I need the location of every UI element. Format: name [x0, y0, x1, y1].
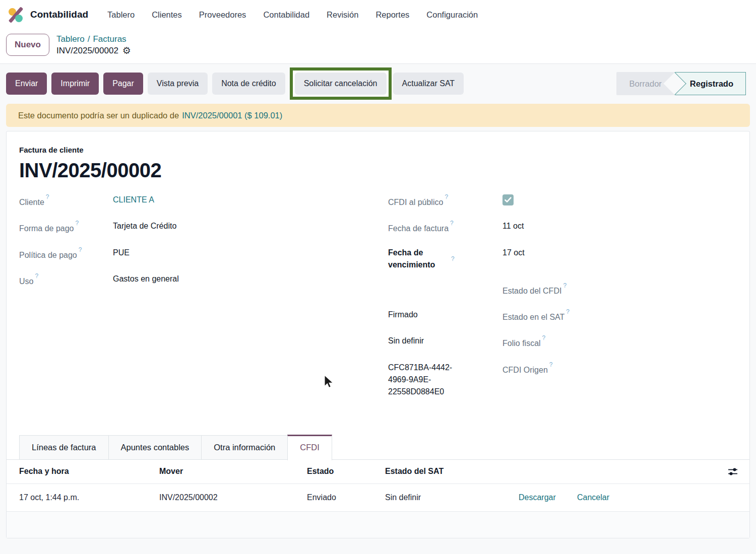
cfdi-al-publico-checkbox[interactable] — [502, 194, 514, 205]
menu-item-reportes[interactable]: Reportes — [375, 10, 409, 20]
status-bar: Borrador Registrado — [616, 72, 746, 95]
fecha-vencimiento-value[interactable]: 17 oct — [502, 247, 525, 259]
column-header-fecha-y-hora[interactable]: Fecha y hora — [7, 467, 147, 476]
field-folio-fiscal: Sin definir Folio fiscal? — [388, 335, 737, 350]
app-title: Contabilidad — [30, 9, 88, 20]
top-navbar: Contabilidad Tablero Clientes Proveedore… — [0, 0, 756, 29]
breadcrumb: Tablero/Facturas INV/2025/00002 ⚙ — [56, 33, 131, 56]
print-button[interactable]: Imprimir — [51, 73, 99, 95]
help-icon: ? — [76, 220, 79, 227]
help-icon: ? — [549, 361, 553, 368]
help-icon: ? — [79, 246, 82, 253]
help-icon: ? — [450, 220, 454, 227]
cancel-link[interactable]: Cancelar — [577, 493, 609, 502]
politica-de-pago-value[interactable]: PUE — [113, 247, 130, 259]
invoice-form-card: Factura de cliente INV/2025/00002 Client… — [6, 131, 750, 538]
column-header-estado-del-sat[interactable]: Estado del SAT — [372, 467, 506, 476]
invoice-number-title: INV/2025/00002 — [19, 159, 737, 182]
help-icon: ? — [35, 272, 38, 280]
cfdi-table-row[interactable]: 17 oct, 1:44 p.m. INV/2025/00002 Enviado… — [7, 484, 749, 512]
download-link[interactable]: Descargar — [519, 493, 556, 502]
menu-item-revision[interactable]: Revisión — [327, 10, 358, 20]
preview-button[interactable]: Vista previa — [148, 73, 208, 95]
fecha-factura-value[interactable]: 11 oct — [502, 220, 524, 232]
new-button[interactable]: Nuevo — [6, 34, 49, 56]
cfdi-table-header: Fecha y hora Mover Estado Estado del SAT — [7, 460, 749, 484]
help-icon: ? — [445, 193, 448, 200]
tab-apuntes-contables[interactable]: Apuntes contables — [108, 435, 202, 459]
breadcrumb-bar: Nuevo Tablero/Facturas INV/2025/00002 ⚙ — [0, 29, 756, 63]
duplicate-warning-banner: Este documento podría ser un duplicado d… — [6, 104, 750, 127]
field-fecha-de-factura: Fecha de factura? 11 oct — [388, 220, 737, 235]
help-icon: ? — [451, 255, 455, 262]
gear-icon[interactable]: ⚙ — [122, 46, 131, 55]
menu-item-configuracion[interactable]: Configuración — [426, 10, 478, 20]
cliente-value[interactable]: CLIENTE A — [113, 194, 154, 206]
notebook-tabs: Líneas de factura Apuntes contables Otra… — [7, 435, 749, 460]
main-menu: Tablero Clientes Proveedores Contabilida… — [107, 10, 478, 20]
tab-lineas-de-factura[interactable]: Líneas de factura — [19, 435, 109, 459]
pay-button[interactable]: Pagar — [103, 73, 143, 95]
request-cancellation-button[interactable]: Solicitar cancelación — [295, 73, 387, 95]
field-forma-de-pago: Forma de pago? Tarjeta de Crédito — [19, 220, 388, 235]
field-estado-del-cfdi: Estado del CFDI? — [388, 283, 737, 297]
field-cliente: Cliente? CLIENTE A — [19, 194, 388, 209]
breadcrumb-link-facturas[interactable]: Facturas — [93, 34, 126, 44]
help-icon: ? — [46, 193, 49, 200]
help-icon: ? — [566, 308, 570, 315]
cell-sat-state: Sin definir — [372, 493, 506, 502]
field-fecha-de-vencimiento: Fecha de vencimiento? 17 oct — [388, 247, 737, 271]
action-bar: Enviar Imprimir Pagar Vista previa Nota … — [0, 64, 756, 100]
document-type-label: Factura de cliente — [19, 146, 737, 154]
field-politica-de-pago: Política de pago? PUE — [19, 247, 388, 261]
cell-state: Enviado — [294, 493, 372, 502]
field-estado-en-el-sat: Firmado Estado en el SAT? — [388, 309, 737, 323]
menu-item-tablero[interactable]: Tablero — [107, 10, 135, 20]
uso-value[interactable]: Gastos en general — [113, 273, 179, 285]
field-uso: Uso? Gastos en general — [19, 273, 388, 288]
menu-item-proveedores[interactable]: Proveedores — [199, 10, 246, 20]
folio-fiscal-value[interactable]: Sin definir — [388, 335, 502, 347]
table-footer-area — [7, 512, 749, 538]
check-icon — [505, 197, 512, 203]
status-step-registered[interactable]: Registrado — [675, 72, 746, 95]
sliders-icon — [727, 467, 738, 476]
column-header-estado[interactable]: Estado — [294, 467, 372, 476]
help-icon: ? — [563, 282, 566, 289]
optional-columns-button[interactable] — [564, 467, 749, 476]
cfdi-uuid-value[interactable]: CFC871BA-4442-4969-9A9E-22558D0884E0 — [388, 362, 473, 398]
cell-datetime: 17 oct, 1:44 p.m. — [7, 493, 147, 502]
tab-otra-informacion[interactable]: Otra información — [201, 435, 288, 459]
cell-move: INV/2025/00002 — [147, 493, 294, 502]
breadcrumb-separator: / — [88, 34, 90, 44]
help-icon: ? — [542, 334, 546, 341]
column-header-mover[interactable]: Mover — [147, 467, 294, 476]
breadcrumb-link-tablero[interactable]: Tablero — [56, 34, 85, 44]
menu-item-contabilidad[interactable]: Contabilidad — [263, 10, 309, 20]
field-cfdi-origen: CFC871BA-4442-4969-9A9E-22558D0884E0 CFD… — [388, 362, 737, 398]
estado-sat-value[interactable]: Firmado — [388, 309, 502, 321]
duplicate-invoice-link[interactable]: INV/2025/00001 ($ 109.01) — [182, 111, 282, 120]
app-logo-icon — [8, 7, 24, 23]
form-fields: Cliente? CLIENTE A Forma de pago? Tarjet… — [19, 194, 737, 409]
credit-note-button[interactable]: Nota de crédito — [212, 73, 285, 95]
breadcrumb-current: INV/2025/00002 — [56, 45, 118, 56]
menu-item-clientes[interactable]: Clientes — [152, 10, 182, 20]
field-cfdi-al-publico: CFDI al público? — [388, 194, 737, 209]
send-button[interactable]: Enviar — [6, 73, 47, 95]
annotation-highlight-box: Solicitar cancelación — [290, 67, 392, 100]
tab-cfdi[interactable]: CFDI — [287, 435, 332, 460]
update-sat-button[interactable]: Actualizar SAT — [393, 73, 464, 95]
forma-de-pago-value[interactable]: Tarjeta de Crédito — [113, 220, 176, 232]
warning-text: Este documento podría ser un duplicado d… — [18, 111, 179, 120]
